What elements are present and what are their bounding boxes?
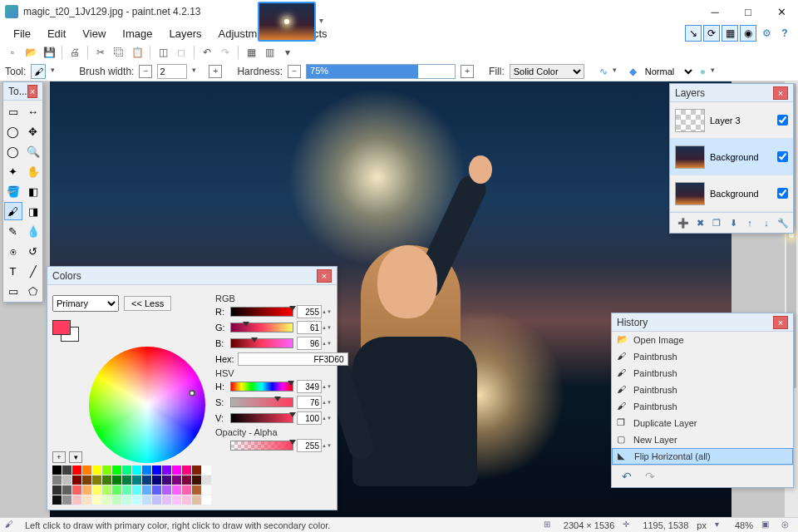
menu-edit[interactable]: Edit [39,25,74,42]
palette-color[interactable] [92,466,101,475]
color-mode-select[interactable]: Primary [52,295,119,312]
palette-color[interactable] [82,466,91,475]
tool-clone[interactable]: ⍟ [4,242,22,260]
r-slider[interactable] [230,307,293,317]
a-slider[interactable] [230,441,293,451]
layer-visible-checkbox[interactable] [777,151,788,162]
palette-color[interactable] [182,485,191,495]
palette-color[interactable] [112,466,121,475]
menu-image[interactable]: Image [114,25,160,42]
chevron-down-icon[interactable]: ▾ [319,16,331,27]
history-row[interactable]: 🖌Paintbrush [612,365,793,382]
palette-color[interactable] [172,466,181,475]
history-row[interactable]: ▢New Layer [612,431,793,448]
tool-lasso[interactable]: ◯ [4,122,22,140]
palette-color[interactable] [192,495,201,505]
antialias-icon[interactable]: ∿ [599,66,608,77]
palette-color[interactable] [152,495,161,505]
tool-move[interactable]: ✥ [24,122,42,140]
palette-color[interactable] [172,485,181,495]
history-window-icon[interactable]: ⟳ [703,25,720,42]
hardness-increase[interactable]: + [461,65,474,78]
antialias-drop-icon[interactable]: ▾ [613,66,624,77]
fill-select[interactable]: Solid Color [510,64,584,79]
history-row[interactable]: 🖌Paintbrush [612,348,793,365]
palette-color[interactable] [52,495,62,505]
tool-rectangle[interactable]: ▭ [4,282,22,300]
current-tool-icon[interactable]: 🖌 [31,64,46,79]
tool-shapes[interactable]: ⬠ [24,282,42,300]
palette-color[interactable] [162,475,171,485]
paste-icon[interactable]: 📋 [130,45,145,60]
layers-panel-close[interactable]: × [773,86,788,100]
palette-color[interactable] [122,466,131,475]
hardness-slider[interactable]: 75% [306,64,456,79]
palette-color[interactable] [182,475,191,485]
palette-color[interactable] [122,495,131,505]
history-undo-icon[interactable]: ↶ [618,469,635,484]
layer-up-icon[interactable]: ↑ [742,215,757,230]
palette-color[interactable] [92,485,101,495]
palette-color[interactable] [142,466,151,475]
r-input[interactable] [297,305,322,318]
g-input[interactable] [297,321,322,334]
color-wheel[interactable] [89,347,205,463]
tools-window-icon[interactable]: ↘ [685,25,702,42]
blend-icon[interactable]: ◆ [629,66,637,77]
palette-menu-icon[interactable]: ▾ [69,451,82,463]
tools-panel-close[interactable]: × [27,85,37,98]
tool-colorpicker[interactable]: 💧 [24,222,42,240]
palette-color[interactable] [152,485,161,495]
palette-color[interactable] [82,495,91,505]
g-slider[interactable] [230,323,293,332]
palette-color[interactable] [112,495,121,505]
s-input[interactable] [297,396,322,409]
v-slider[interactable] [230,413,293,423]
palette-color[interactable] [182,466,191,475]
print-icon[interactable]: 🖨 [67,45,82,60]
palette-color[interactable] [152,475,161,485]
palette-color[interactable] [92,495,101,505]
blend-select[interactable]: Normal [642,64,695,79]
history-row[interactable]: ❐Duplicate Layer [612,415,793,431]
tool-move-sel[interactable]: ↔ [24,102,42,121]
tool-zoom[interactable]: 🔍 [24,142,42,160]
palette-color[interactable] [122,475,131,485]
layers-window-icon[interactable]: ▦ [722,25,738,42]
deselect-icon[interactable]: ◻ [174,45,189,60]
palette-color[interactable] [132,466,141,475]
palette-color[interactable] [72,485,81,495]
palette-color[interactable] [192,466,201,475]
layer-props-icon[interactable]: 🔧 [776,215,791,230]
less-button[interactable]: << Less [124,296,171,311]
tool-magic-wand[interactable]: ✦ [4,162,22,180]
palette-color[interactable] [72,495,81,505]
palette-color[interactable] [92,475,101,485]
b-input[interactable] [297,337,322,350]
document-thumbnail[interactable] [258,2,316,42]
palette-color[interactable] [52,485,62,495]
layer-down-icon[interactable]: ↓ [759,215,774,230]
menu-file[interactable]: File [5,25,39,42]
palette-color[interactable] [202,495,211,505]
menu-view[interactable]: View [74,25,114,42]
palette-color[interactable] [52,475,62,485]
tool-rect-select[interactable]: ▭ [4,102,22,121]
palette-color[interactable] [162,485,171,495]
palette-color[interactable] [102,466,111,475]
layer-row[interactable]: Layer 3 [670,102,793,139]
tool-fill[interactable]: 🪣 [4,182,22,200]
layer-visible-checkbox[interactable] [777,188,788,199]
overwrite-drop-icon[interactable]: ▾ [711,66,722,77]
v-input[interactable] [297,411,322,425]
palette-color[interactable] [72,466,81,475]
history-row[interactable]: 🖌Paintbrush [612,398,793,415]
palette-color[interactable] [192,485,201,495]
s-slider[interactable] [230,397,293,407]
colors-window-icon[interactable]: ◉ [740,25,756,42]
brushwidth-decrease[interactable]: − [139,65,152,78]
palette-color[interactable] [102,485,111,495]
tool-gradient[interactable]: ◧ [24,182,42,200]
palette-add-icon[interactable]: + [52,451,66,463]
palette-color[interactable] [152,466,161,475]
